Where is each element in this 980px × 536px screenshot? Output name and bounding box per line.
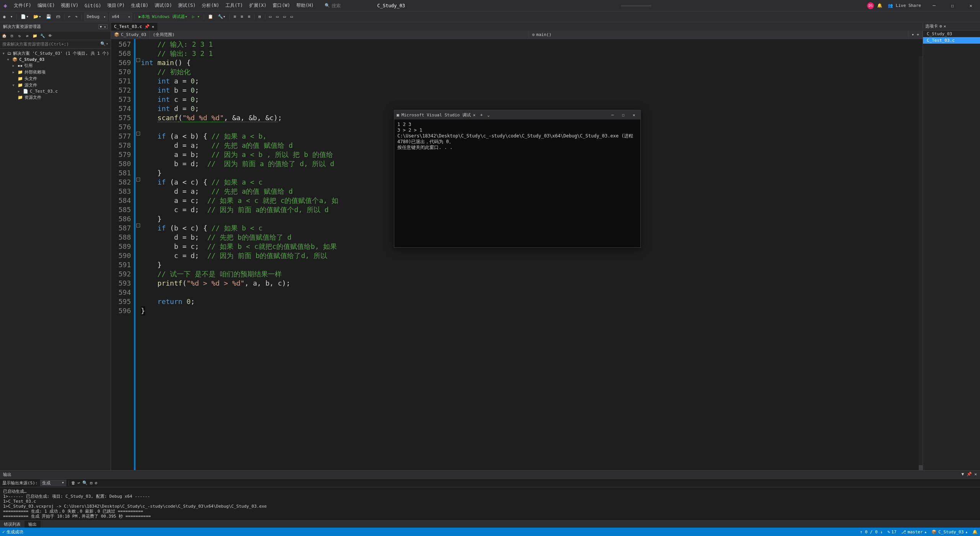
se-show-all-icon[interactable]: 📁 [31,32,38,39]
menu-analyze[interactable]: 分析(N) [199,0,222,11]
save-all-button[interactable]: 🗃 [54,13,62,21]
fold-icon[interactable]: - [136,58,140,62]
output-pin-icon[interactable]: ▼ 📌 ✕ [962,472,977,477]
menu-project[interactable]: 项目(P) [104,0,128,11]
tree-external-node[interactable]: ▹📁外部依赖项 [0,69,111,75]
build-status[interactable]: ✓生成成功 [2,529,23,535]
se-preview-icon[interactable]: 👁 [47,32,54,39]
toolbar-btn-5[interactable]: ≡ [246,13,252,21]
se-home-icon[interactable]: 🏠 [1,32,8,39]
tab-well-item[interactable]: C_Test_03.c [923,37,980,44]
nav-scope[interactable]: 📦C_Study_03 [111,31,150,39]
menu-extensions[interactable]: 扩展(X) [246,0,270,11]
status-project[interactable]: 📦 C_Study_03 ▴ [931,529,968,534]
se-props-icon[interactable]: 🔧 [39,32,46,39]
search-box[interactable]: 🔍 [325,3,370,8]
fold-icon[interactable]: - [136,224,140,227]
nav-func[interactable]: ⊙main() [529,31,908,39]
menu-view[interactable]: 视图(V) [58,0,82,11]
nav-global[interactable]: (全局范围) [150,31,529,39]
output-find-icon[interactable]: 🔍 [82,480,88,485]
nav-add-icon[interactable]: ▾ + [908,31,923,39]
gear-icon[interactable]: ⚙ [939,24,942,29]
toolbar-btn-3[interactable]: ≡ [232,13,238,21]
issue-count[interactable]: ✎ 17 [887,529,897,534]
menu-window[interactable]: 窗口(W) [270,0,293,11]
well-close-icon[interactable]: ✕ [944,24,946,29]
menu-help[interactable]: 帮助(H) [293,0,317,11]
tree-resources-node[interactable]: 📁资源文件 [0,94,111,101]
start-nodebug-button[interactable]: ▷ ▾ [191,13,201,21]
toolbar-btn-8[interactable]: ▭ [274,13,280,21]
toolbar-btn-2[interactable]: 🔧▾ [216,13,227,21]
tree-project-node[interactable]: ▿📦C_Study_03 [0,57,111,62]
menu-file[interactable]: 文件(F) [11,0,34,11]
menu-tools[interactable]: 工具(T) [222,0,246,11]
se-collapse-icon[interactable]: ⊟ [8,32,15,39]
output-tab[interactable]: 错误列表 [0,521,24,528]
output-tab[interactable]: 输出 [24,521,41,528]
new-button[interactable]: 📄▾ [19,13,30,21]
bell-icon[interactable]: 🔔 [877,3,882,8]
menu-debug[interactable]: 调试(D) [152,0,175,11]
search-dropdown-icon[interactable]: 🔍▾ [100,41,108,47]
fold-icon[interactable]: - [136,132,140,136]
toolbar-btn-10[interactable]: ▭ [289,13,295,21]
output-source-dropdown[interactable]: 生成 [40,480,66,486]
panel-pin-icon[interactable]: ▼ ✕ [98,25,108,29]
git-branch[interactable]: ⎇ master ▴ [901,529,927,534]
output-stop-icon[interactable]: ⊘ [95,480,98,485]
tree-solution-node[interactable]: ▿🗂解决方案 'C_Study_03' (1 个项目, 共 1 个) [0,50,111,57]
menu-edit[interactable]: 编辑(E) [34,0,58,11]
output-wrap-icon[interactable]: ↩ [78,480,80,485]
tree-sources-node[interactable]: ▿📁源文件 [0,82,111,88]
tab-close-icon[interactable]: ✕ [152,25,154,29]
menu-test[interactable]: 测试(S) [175,0,199,11]
se-sync-icon[interactable]: ⇄ [24,32,31,39]
minimap[interactable] [919,56,923,511]
tree-source-file[interactable]: ▹📄C_Test_03.c [0,88,111,94]
git-changes[interactable]: ↑ 0 / 0 ↓ [860,529,883,534]
console-add-tab-icon[interactable]: + [478,113,485,118]
user-avatar[interactable]: DS [867,2,874,9]
file-tab[interactable]: C_Test_03.c 📌 ✕ [111,22,157,31]
se-refresh-icon[interactable]: ↻ [16,32,23,39]
close-button[interactable]: ✕ [963,0,978,11]
toolbar-btn-6[interactable]: ⊞ [257,13,263,21]
menu-build[interactable]: 生成(B) [128,0,152,11]
toolbar-btn-9[interactable]: ▭ [282,13,287,21]
output-body[interactable]: 已启动生成… 1>------ 已启动生成: 项目: C_Study_03, 配… [0,487,980,520]
output-toggle-icon[interactable]: ⊟ [90,480,93,485]
console-dropdown-icon[interactable]: ⌄ [487,113,490,118]
minimize-button[interactable]: ─ [926,0,942,11]
back-button[interactable]: ◉ [2,13,7,21]
toolbar-btn-7[interactable]: ▭ [268,13,273,21]
start-debug-button[interactable]: ▶ 本地 Windows 调试器 ▾ [137,13,189,21]
save-button[interactable]: 💾 [44,13,53,21]
platform-dropdown[interactable]: x64 [109,13,132,21]
fold-bar[interactable]: - - - - [136,39,141,519]
console-maximize-button[interactable]: ☐ [619,113,627,118]
console-close-tab-icon[interactable]: ✕ [473,113,476,118]
open-button[interactable]: 📂▾ [32,13,43,21]
console-output[interactable]: 1 2 3 3 > 2 > 1 C:\Users\18342\Desktop\C… [394,119,640,247]
solution-search[interactable]: 搜索解决方案资源管理器(Ctrl+;)🔍▾ [0,40,111,49]
tab-well-item[interactable]: C_Study_03 [923,31,980,37]
console-close-button[interactable]: ✕ [630,113,638,118]
live-share-button[interactable]: 👥 Live Share [885,3,923,8]
console-title-bar[interactable]: ▣ Microsoft Visual Studio 调试 ✕ + ⌄ ─ ☐ ✕ [394,110,640,119]
drag-handle[interactable] [621,5,652,7]
tab-pin-icon[interactable]: 📌 [144,24,150,29]
output-clear-icon[interactable]: 🗑 [71,480,75,485]
fold-icon[interactable]: - [136,178,140,181]
undo-button[interactable]: ↶ [67,13,72,21]
console-minimize-button[interactable]: ─ [608,113,617,118]
toolbar-btn-4[interactable]: ≡ [239,13,245,21]
menu-git[interactable]: Git(G) [82,0,104,11]
redo-button[interactable]: ↷ [74,13,79,21]
maximize-button[interactable]: ☐ [945,0,960,11]
status-notifications-icon[interactable]: 🔔 [972,529,978,534]
forward-button[interactable]: ▾ [9,13,15,21]
toolbar-btn-1[interactable]: 📋 [206,13,215,21]
search-input[interactable] [332,3,370,8]
